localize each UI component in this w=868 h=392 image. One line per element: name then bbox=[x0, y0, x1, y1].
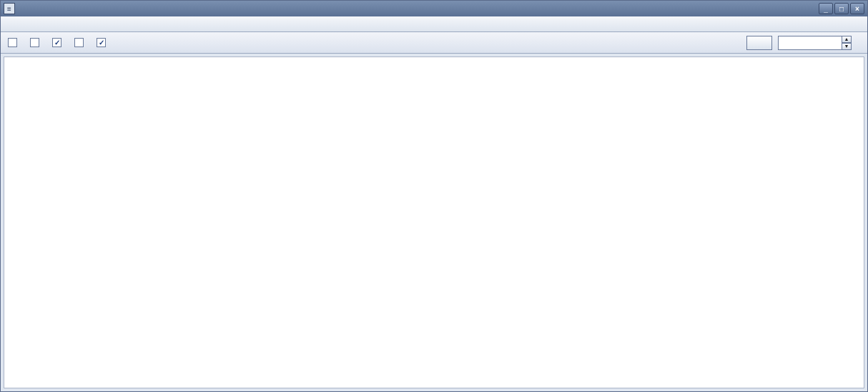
minimize-button[interactable]: _ bbox=[819, 3, 833, 14]
maximize-button[interactable]: □ bbox=[834, 3, 849, 14]
tree-canvas[interactable] bbox=[4, 57, 864, 388]
checkbox-multi-align-colors[interactable]: ✓ bbox=[52, 38, 64, 47]
checkbox-icon: ✓ bbox=[97, 38, 106, 47]
toolbar: ✓ ✓ ▲ ▼ bbox=[1, 32, 867, 54]
titlebar: ≡ _ □ × bbox=[1, 1, 867, 16]
spin-up-button[interactable]: ▲ bbox=[842, 36, 852, 43]
menubar bbox=[1, 16, 867, 32]
page-spinner: ▲ ▼ bbox=[778, 36, 852, 50]
spin-down-button[interactable]: ▼ bbox=[842, 43, 852, 50]
checkbox-skewed-lines[interactable] bbox=[8, 38, 20, 47]
checkbox-icon bbox=[74, 38, 84, 47]
canvas-area bbox=[1, 54, 867, 391]
zoom-plus-button[interactable] bbox=[746, 36, 772, 50]
checkbox-show-only-alignments[interactable] bbox=[74, 38, 87, 47]
checkbox-show-heads[interactable] bbox=[30, 38, 42, 47]
tree-svg bbox=[4, 57, 864, 388]
checkbox-icon bbox=[30, 38, 39, 47]
checkbox-icon: ✓ bbox=[52, 38, 61, 47]
checkbox-show-tree-violations[interactable]: ✓ bbox=[97, 38, 109, 47]
close-button[interactable]: × bbox=[850, 3, 864, 14]
checkbox-icon bbox=[8, 38, 17, 47]
menu-file[interactable] bbox=[6, 23, 15, 26]
app-window: ≡ _ □ × ✓ ✓ bbox=[0, 0, 868, 392]
page-input[interactable] bbox=[778, 36, 842, 50]
app-icon: ≡ bbox=[4, 3, 15, 14]
